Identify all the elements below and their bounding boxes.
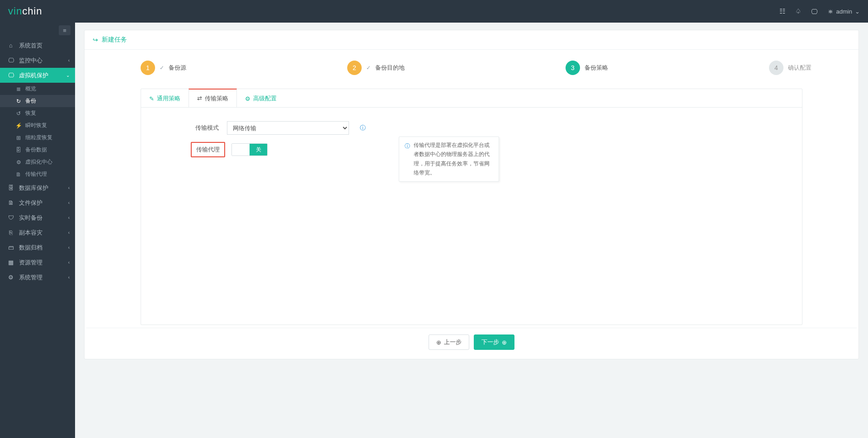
sidebar-collapse-button[interactable]: ≡	[59, 25, 71, 35]
tooltip-proxy: ⓘ 传输代理是部署在虚拟化平台或者数据中心的物理服务器上的代理，用于提高任务效率…	[399, 137, 499, 182]
label-transfer-mode: 传输模式	[191, 124, 227, 132]
chevron-icon: ‹	[68, 260, 70, 265]
chevron-icon: ‹	[68, 245, 70, 250]
arrow-right-icon: ⊕	[502, 339, 507, 346]
sidebar: ≡ ⌂系统首页 🖵监控中心‹ 🖵虚拟机保护⌄ ≣概览 ↻备份 ↺恢复 ⚡瞬时恢复…	[0, 23, 75, 367]
pencil-icon: ✎	[149, 95, 154, 102]
backup-icon: ↻	[14, 98, 23, 104]
chevron-down-icon: ⌄	[855, 8, 860, 15]
tab-bar: ✎通用策略 ⇄传输策略 ⚙高级配置	[141, 89, 802, 108]
user-menu[interactable]: ⛯ admin ⌄	[828, 8, 860, 15]
page-title: 新建任务	[102, 36, 127, 44]
chevron-icon: ‹	[68, 230, 70, 235]
tab-transfer[interactable]: ⇄传输策略	[189, 89, 237, 107]
file-icon: 🗎	[14, 171, 23, 178]
next-button[interactable]: 下一步⊕	[474, 334, 514, 350]
main-content: ↪ 新建任务 1 ✓ 备份源 2 ✓ 备份目的地 3 备份策略	[75, 23, 868, 367]
vm-icon: 🖵	[6, 72, 15, 79]
step-source[interactable]: 1 ✓ 备份源	[141, 61, 186, 75]
sidebar-item-db[interactable]: 🗄数据库保护‹	[0, 180, 75, 195]
sidebar-item-vm-protect[interactable]: 🖵虚拟机保护⌄	[0, 68, 75, 83]
chevron-icon: ‹	[68, 200, 70, 205]
info-icon[interactable]: ⓘ	[360, 124, 366, 132]
step-strategy[interactable]: 3 备份策略	[566, 61, 608, 75]
list-icon[interactable]: ☷	[779, 7, 785, 15]
check-icon: ✓	[160, 65, 164, 71]
file-icon: 🗎	[6, 199, 15, 206]
swap-icon: ⇄	[197, 95, 202, 102]
step-num: 1	[141, 61, 155, 75]
home-icon: ⌂	[6, 42, 15, 49]
label-transfer-proxy: 传输代理	[191, 142, 225, 157]
chevron-icon: ‹	[68, 215, 70, 220]
sidebar-item-resource[interactable]: ▦资源管理‹	[0, 255, 75, 270]
sidebar-item-system[interactable]: ⚙系统管理‹	[0, 270, 75, 285]
tab-container: ✎通用策略 ⇄传输策略 ⚙高级配置 传输模式 网络传输 ⓘ 传输代理	[141, 89, 802, 325]
bell-icon[interactable]: ♤	[795, 7, 801, 15]
gear-icon: ⚙	[6, 274, 15, 281]
sidebar-item-replica[interactable]: ⎘副本容灾‹	[0, 225, 75, 240]
monitor-icon[interactable]: 🖵	[811, 8, 818, 15]
step-confirm[interactable]: 4 确认配置	[769, 61, 811, 75]
data-icon: 🗄	[14, 147, 23, 153]
info-icon: ⓘ	[405, 141, 410, 178]
toggle-off-half: 关	[250, 144, 267, 155]
toggle-transfer-proxy[interactable]: 关	[231, 143, 268, 156]
wizard-footer: ⊕上一步 下一步⊕	[86, 328, 857, 356]
monitor-icon: 🖵	[6, 57, 15, 64]
top-navbar: vinchin ☷ ♤ 🖵 ⛯ admin ⌄	[0, 0, 868, 23]
select-transfer-mode[interactable]: 网络传输	[227, 121, 349, 135]
tab-content: 传输模式 网络传输 ⓘ 传输代理 关 ⓘ	[141, 108, 802, 325]
shield-icon: 🛡	[6, 214, 15, 221]
step-destination[interactable]: 2 ✓ 备份目的地	[347, 61, 405, 75]
step-num: 4	[769, 61, 783, 75]
sidebar-item-cdp[interactable]: 🛡实时备份‹	[0, 210, 75, 225]
sub-item-virtcenter[interactable]: ⚙虚拟化中心	[0, 156, 75, 168]
user-name: admin	[836, 8, 852, 15]
db-icon: 🗄	[6, 184, 15, 191]
brand-logo: vinchin	[8, 5, 42, 17]
grid-icon: ▦	[6, 259, 15, 266]
prev-button[interactable]: ⊕上一步	[429, 334, 469, 350]
sidebar-item-home[interactable]: ⌂系统首页	[0, 38, 75, 53]
share-icon: ↪	[93, 36, 98, 43]
flash-icon: ⚡	[14, 122, 23, 129]
check-icon: ✓	[366, 65, 371, 71]
sub-item-overview[interactable]: ≣概览	[0, 83, 75, 95]
panel-heading: ↪ 新建任务	[85, 30, 859, 50]
sub-item-backup[interactable]: ↻备份	[0, 95, 75, 107]
gear-icon: ⚙	[245, 95, 250, 102]
chevron-icon: ‹	[68, 58, 70, 63]
gear-icon: ⚙	[14, 159, 23, 165]
step-num: 3	[566, 61, 580, 75]
arrow-left-icon: ⊕	[436, 339, 441, 346]
sidebar-toggle-row: ≡	[0, 23, 75, 38]
archive-icon: 🗃	[6, 244, 15, 251]
sidebar-item-archive[interactable]: 🗃数据归档‹	[0, 240, 75, 255]
chevron-icon: ‹	[68, 275, 70, 280]
panel-new-task: ↪ 新建任务 1 ✓ 备份源 2 ✓ 备份目的地 3 备份策略	[84, 30, 859, 359]
user-icon: ⛯	[828, 8, 834, 15]
panel-body: 1 ✓ 备份源 2 ✓ 备份目的地 3 备份策略 4 确认配置	[85, 50, 859, 359]
list-icon: ≣	[14, 86, 23, 92]
sub-item-granular[interactable]: ⊞细粒度恢复	[0, 132, 75, 144]
sidebar-item-monitor[interactable]: 🖵监控中心‹	[0, 53, 75, 68]
row-transfer-mode: 传输模式 网络传输 ⓘ	[191, 121, 793, 135]
tab-general[interactable]: ✎通用策略	[141, 89, 189, 107]
wizard-steps: 1 ✓ 备份源 2 ✓ 备份目的地 3 备份策略 4 确认配置	[86, 61, 857, 75]
nav-right: ☷ ♤ 🖵 ⛯ admin ⌄	[779, 7, 860, 15]
sub-item-restore[interactable]: ↺恢复	[0, 107, 75, 119]
tab-advanced[interactable]: ⚙高级配置	[237, 89, 285, 107]
chevron-icon: ‹	[68, 185, 70, 190]
chevron-down-icon: ⌄	[66, 73, 70, 78]
grid-icon: ⊞	[14, 135, 23, 141]
restore-icon: ↺	[14, 110, 23, 117]
sidebar-item-file[interactable]: 🗎文件保护‹	[0, 195, 75, 210]
sub-item-backup-data[interactable]: 🗄备份数据	[0, 144, 75, 156]
copy-icon: ⎘	[6, 229, 15, 236]
toggle-on-half	[232, 144, 250, 155]
sub-item-instant[interactable]: ⚡瞬时恢复	[0, 119, 75, 132]
sub-item-proxy[interactable]: 🗎传输代理	[0, 168, 75, 180]
step-num: 2	[347, 61, 362, 75]
tooltip-text: 传输代理是部署在虚拟化平台或者数据中心的物理服务器上的代理，用于提高任务效率，节…	[414, 141, 493, 178]
